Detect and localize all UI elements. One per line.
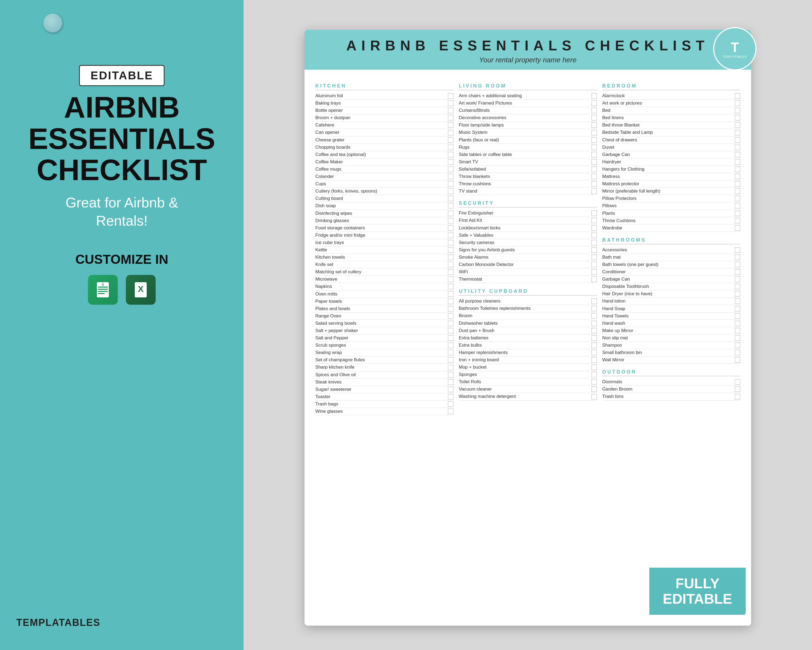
checkbox[interactable] (448, 137, 453, 143)
checkbox[interactable] (591, 108, 597, 113)
checkbox[interactable] (735, 181, 740, 187)
checkbox[interactable] (591, 379, 597, 385)
checkbox[interactable] (448, 321, 453, 326)
checkbox[interactable] (448, 387, 453, 392)
checkbox[interactable] (591, 210, 597, 216)
checkbox[interactable] (591, 188, 597, 194)
checkbox[interactable] (591, 225, 597, 231)
checkbox[interactable] (448, 181, 453, 187)
checkbox[interactable] (448, 284, 453, 289)
checkbox[interactable] (448, 203, 453, 208)
checkbox[interactable] (735, 328, 740, 333)
checkbox[interactable] (735, 269, 740, 275)
checkbox[interactable] (591, 350, 597, 355)
checkbox[interactable] (591, 255, 597, 260)
checkbox[interactable] (448, 196, 453, 201)
checkbox[interactable] (735, 101, 740, 106)
checkbox[interactable] (735, 211, 740, 216)
checkbox[interactable] (591, 328, 597, 333)
checkbox[interactable] (591, 137, 597, 143)
checkbox[interactable] (448, 218, 453, 223)
checkbox[interactable] (591, 357, 597, 362)
checkbox[interactable] (735, 314, 740, 319)
checkbox[interactable] (735, 262, 740, 267)
checkbox[interactable] (448, 291, 453, 297)
checkbox[interactable] (448, 108, 453, 113)
checkbox[interactable] (735, 137, 740, 143)
checkbox[interactable] (448, 255, 453, 260)
checkbox[interactable] (591, 277, 597, 282)
checkbox[interactable] (735, 145, 740, 150)
checkbox[interactable] (591, 122, 597, 128)
checkbox[interactable] (735, 291, 740, 297)
checkbox[interactable] (591, 321, 597, 326)
checkbox[interactable] (735, 357, 740, 362)
checkbox[interactable] (448, 328, 453, 333)
checkbox[interactable] (448, 306, 453, 312)
checkbox[interactable] (735, 167, 740, 172)
checkbox[interactable] (591, 145, 597, 150)
checkbox[interactable] (735, 350, 740, 355)
checkbox[interactable] (735, 335, 740, 341)
checkbox[interactable] (448, 350, 453, 355)
checkbox[interactable] (448, 167, 453, 172)
checkbox[interactable] (448, 232, 453, 238)
checkbox[interactable] (591, 101, 597, 106)
checkbox[interactable] (448, 357, 453, 362)
checkbox[interactable] (591, 218, 597, 223)
checkbox[interactable] (591, 167, 597, 172)
checkbox[interactable] (448, 335, 453, 341)
checkbox[interactable] (735, 387, 740, 392)
checkbox[interactable] (448, 277, 453, 282)
checkbox[interactable] (735, 277, 740, 282)
checkbox[interactable] (591, 93, 597, 99)
checkbox[interactable] (735, 174, 740, 179)
checkbox[interactable] (591, 159, 597, 165)
checkbox[interactable] (448, 247, 453, 253)
checkbox[interactable] (591, 269, 597, 275)
checkbox[interactable] (735, 108, 740, 113)
checkbox[interactable] (591, 262, 597, 267)
checkbox[interactable] (735, 152, 740, 158)
checkbox[interactable] (591, 343, 597, 348)
checkbox[interactable] (735, 306, 740, 312)
checkbox[interactable] (448, 188, 453, 194)
checkbox[interactable] (591, 372, 597, 377)
checkbox[interactable] (735, 343, 740, 348)
checkbox[interactable] (735, 196, 740, 201)
checkbox[interactable] (591, 387, 597, 392)
checkbox[interactable] (735, 379, 740, 385)
checkbox[interactable] (448, 394, 453, 399)
checkbox[interactable] (735, 122, 740, 128)
checkbox[interactable] (448, 299, 453, 304)
checkbox[interactable] (448, 372, 453, 378)
checkbox[interactable] (735, 284, 740, 289)
checkbox[interactable] (448, 401, 453, 407)
checkbox[interactable] (735, 298, 740, 304)
checkbox[interactable] (591, 313, 597, 318)
checkbox[interactable] (735, 218, 740, 223)
checkbox[interactable] (448, 159, 453, 165)
checkbox[interactable] (448, 93, 453, 99)
checkbox[interactable] (735, 394, 740, 399)
checkbox[interactable] (448, 269, 453, 275)
checkbox[interactable] (448, 115, 453, 121)
checkbox[interactable] (735, 203, 740, 208)
checkbox[interactable] (591, 115, 597, 121)
checkbox[interactable] (591, 306, 597, 311)
checkbox[interactable] (591, 394, 597, 399)
checkbox[interactable] (591, 247, 597, 253)
checkbox[interactable] (448, 262, 453, 267)
checkbox[interactable] (735, 255, 740, 260)
checkbox[interactable] (735, 130, 740, 135)
checkbox[interactable] (591, 240, 597, 245)
checkbox[interactable] (591, 335, 597, 341)
checkbox[interactable] (735, 115, 740, 121)
checkbox[interactable] (735, 93, 740, 99)
checkbox[interactable] (591, 181, 597, 187)
checkbox[interactable] (735, 225, 740, 231)
checkbox[interactable] (591, 152, 597, 158)
checkbox[interactable] (448, 365, 453, 370)
checkbox[interactable] (591, 232, 597, 238)
checkbox[interactable] (448, 152, 453, 158)
